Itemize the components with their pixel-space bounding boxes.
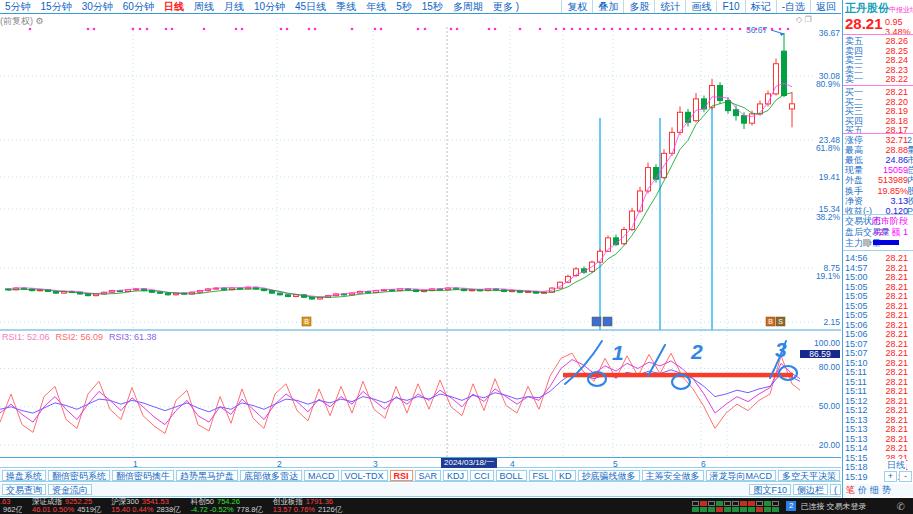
toolbar-button-标记[interactable]: 标记 — [745, 0, 776, 14]
indicator-tab-主筹安全做多[interactable]: 主筹安全做多 — [642, 470, 704, 481]
indicator-tab-抄底骗线做多[interactable]: 抄底骗线做多 — [578, 470, 640, 481]
signal-dot — [374, 28, 377, 31]
tick-row: 15:1328.21 — [843, 434, 913, 444]
tick-row: 15:1428.21 — [843, 443, 913, 453]
phone-icon[interactable]: ✆ — [897, 501, 905, 512]
heatmap-cell — [748, 507, 755, 512]
toolbar-button-F10[interactable]: F10 — [716, 1, 744, 12]
tick-price: 28.21 — [885, 443, 908, 453]
toolbar-button--自选[interactable]: -自选 — [776, 0, 810, 14]
annotation-digit-3[interactable]: 3 — [775, 338, 787, 361]
stock-name[interactable]: 正丹股份 — [845, 2, 889, 14]
indicator-tab-KDJ[interactable]: KDJ — [443, 470, 468, 481]
tick-price: 28.21 — [885, 320, 908, 330]
period-tab-5秒[interactable]: 5秒 — [396, 0, 412, 14]
index-item-科创50[interactable]: 科创50754.26-4.72 -0.52%778.8亿 — [191, 498, 263, 514]
indicator-tab-底部做多雷达[interactable]: 底部做多雷达 — [240, 470, 302, 481]
indicator-tab-MACD[interactable]: MACD — [304, 470, 339, 481]
query-tab-资金流向[interactable]: 资金流向 — [48, 484, 92, 495]
indicator-tab-趋势黑马护盘[interactable]: 趋势黑马护盘 — [176, 470, 238, 481]
period-tab-45日线[interactable]: 45日线 — [295, 0, 326, 14]
price-axis-label: 23.4861.8% — [800, 136, 840, 152]
indicator-tab-SAR[interactable]: SAR — [415, 470, 442, 481]
period-tab-15秒[interactable]: 15秒 — [422, 0, 443, 14]
period-tab-10分钟[interactable]: 10分钟 — [254, 0, 285, 14]
indicator-tab-多空天平决策[interactable]: 多空天平决策 — [778, 470, 840, 481]
signal-dot — [699, 28, 702, 31]
row-label: 现量 — [845, 165, 863, 175]
tick-row: 15:1328.21 — [843, 415, 913, 425]
side-tab-图文F10[interactable]: 图文F10 — [749, 484, 791, 495]
annotation-digit-2[interactable]: 2 — [690, 340, 703, 363]
indicator-tab-RSI[interactable]: RSI — [390, 470, 413, 481]
panel-tab-细[interactable]: 细 — [870, 484, 879, 497]
tick-time: 15:14 — [845, 443, 868, 453]
indicator-tab-FSL[interactable]: FSL — [529, 470, 554, 481]
adjust-row: (前复权) ⚙ — [0, 15, 841, 27]
main-chart-canvas[interactable]: 12336.67BBS — [0, 0, 841, 468]
rsi-axis-label: 50.00 — [800, 402, 840, 410]
indicator-tab-操盘系统[interactable]: 操盘系统 — [2, 470, 46, 481]
tick-time: 14:57 — [845, 263, 868, 273]
side-tab-侧边栏[interactable]: 侧边栏 — [793, 484, 828, 495]
indicator-tab-翻倍密码系统[interactable]: 翻倍密码系统 — [48, 470, 110, 481]
trade-marker-label: B — [768, 318, 773, 325]
trade-marker[interactable] — [592, 317, 601, 326]
pane-window-icons[interactable]: ◇ ❐ — [796, 15, 812, 24]
indicator-tab-CCI[interactable]: CCI — [470, 470, 494, 481]
tick-time: 15:13 — [845, 415, 868, 425]
toolbar-button-统计[interactable]: 统计 — [654, 0, 685, 14]
period-tab-季线[interactable]: 季线 — [336, 0, 356, 14]
signal-dot — [417, 28, 420, 31]
indicator-tab-KD[interactable]: KD — [555, 470, 576, 481]
period-tab-更多 )[interactable]: 更多 ) — [493, 0, 519, 14]
annotation-digit-1[interactable]: 1 — [612, 341, 624, 364]
connection-badge[interactable]: 2 — [786, 501, 796, 511]
query-tab-交易查询[interactable]: 交易查询 — [2, 484, 46, 495]
side-tab-([interactable]: ( — [830, 484, 841, 495]
info-row: 净资3.13收 — [843, 196, 913, 206]
toolbar-button-叠加[interactable]: 叠加 — [592, 0, 623, 14]
period-tab-30分钟[interactable]: 30分钟 — [82, 0, 113, 14]
row-clipped-text: 股 — [907, 186, 913, 196]
panel-tab-价[interactable]: 价 — [858, 484, 867, 497]
period-tab-月线[interactable]: 月线 — [224, 0, 244, 14]
signal-dot — [595, 28, 598, 31]
period-tab-年线[interactable]: 年线 — [366, 0, 386, 14]
period-tab-周线[interactable]: 周线 — [194, 0, 214, 14]
indicator-tab-BOLL[interactable]: BOLL — [496, 470, 527, 481]
signal-dot — [707, 28, 710, 31]
adjust-label[interactable]: (前复权) ⚙ — [0, 15, 44, 28]
signal-dot — [280, 28, 283, 31]
period-tab-日线[interactable]: 日线 — [164, 0, 184, 14]
indicator-tab-VOL-TDX[interactable]: VOL-TDX — [341, 470, 388, 481]
separator — [843, 250, 913, 251]
toolbar-button-多股[interactable]: 多股 — [623, 0, 654, 14]
trade-marker[interactable] — [603, 317, 612, 326]
period-tab-5分钟[interactable]: 5分钟 — [5, 0, 31, 14]
period-tab-60分钟[interactable]: 60分钟 — [123, 0, 154, 14]
indicator-tab-翻倍密码擒牛[interactable]: 翻倍密码擒牛 — [112, 470, 174, 481]
zoom-out-button[interactable]: - — [899, 471, 912, 482]
period-tab-15分钟[interactable]: 15分钟 — [41, 0, 72, 14]
index-item-创业板指[interactable]: 创业板指1791.3613.57 0.76%2126亿 — [273, 498, 342, 514]
signal-dot — [779, 28, 782, 31]
period-tab-多周期[interactable]: 多周期 — [453, 0, 483, 14]
indicator-tab-潜龙导向MACD[interactable]: 潜龙导向MACD — [706, 470, 777, 481]
panel-tab-笔[interactable]: 笔 — [846, 484, 855, 497]
panel-tab-势[interactable]: 势 — [882, 484, 891, 497]
row-label: 卖三 — [845, 55, 863, 65]
zoom-in-button[interactable]: + — [884, 471, 897, 482]
month-label-3: 3 — [373, 459, 378, 469]
index-item-深证成指[interactable]: 深证成指9252.2546.01 0.50%4519亿 — [32, 498, 101, 514]
index-item-沪深300[interactable]: 沪深3003541.5315.40 0.44%2838亿 — [111, 498, 180, 514]
row-value: 15059 — [883, 165, 908, 175]
toolbar-button-复权[interactable]: 复权 — [561, 0, 592, 14]
market-heatmap[interactable] — [692, 498, 780, 514]
row-value: 28.26 — [885, 36, 908, 46]
toolbar-button-画线[interactable]: 画线 — [685, 0, 716, 14]
candle-body — [270, 291, 275, 294]
signal-dot — [731, 28, 734, 31]
toolbar-button-返回[interactable]: 返回 — [810, 0, 841, 14]
connection-status[interactable]: 已连接 交易未登录 — [800, 501, 866, 512]
